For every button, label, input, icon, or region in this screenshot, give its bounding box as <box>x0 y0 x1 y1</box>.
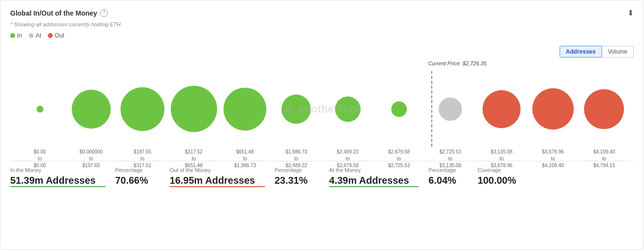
bubble-3 <box>171 86 217 132</box>
chart-area: Current Price: $2,726.35 <box>10 60 634 153</box>
stat-out-value: 16.95m Addresses <box>170 175 255 186</box>
price-label-7: $2,679.58 to $2,725.53 <box>373 149 424 169</box>
bubble-col-3 <box>168 86 220 132</box>
bubble-4 <box>223 88 266 131</box>
tab-addresses[interactable]: Addresses <box>560 46 602 58</box>
download-icon[interactable]: ⬇ <box>627 8 634 18</box>
stat-in-pct: Percentage 70.66% <box>115 167 160 186</box>
bubble-2 <box>121 87 164 131</box>
stat-at-pct-value: 6.04% <box>428 175 456 186</box>
bubble-col-6 <box>322 96 373 122</box>
legend-label-at: At <box>36 32 41 39</box>
card-header: Global In/Out of the Money ? ⬇ <box>10 8 634 18</box>
bubbles-row: intotheblock <box>10 71 634 147</box>
legend-label-in: In <box>17 32 22 39</box>
price-label-10: $3,678.96 to $4,109.40 <box>527 149 579 169</box>
bubble-col-7 <box>373 101 424 117</box>
legend-dot-in <box>10 33 15 38</box>
stat-in-money: In the Money 51.39m Addresses <box>10 167 105 187</box>
stat-cov-value: 100.00% <box>478 175 516 186</box>
legend-dot-at <box>29 33 34 38</box>
price-label-4: $651.48 to $1,986.73 <box>220 149 271 169</box>
view-controls: Addresses Volume <box>10 46 634 58</box>
main-card: Global In/Out of the Money ? ⬇ * Showing… <box>0 0 644 250</box>
stat-in-value: 51.39m Addresses <box>10 175 96 186</box>
price-label-3: $317.52 to $651.48 <box>168 149 220 169</box>
price-label-1: $0.000000 to $197.65 <box>65 149 117 169</box>
bubble-11 <box>584 89 624 129</box>
legend-dot-out <box>48 33 53 38</box>
stat-out-pct-value: 23.31% <box>275 175 308 186</box>
price-labels-row: $0.00 to $0.00 $0.000000 to $197.65 $197… <box>10 149 634 169</box>
price-label-0: $0.00 to $0.00 <box>14 149 65 169</box>
price-label-5: $1,986.73 to $2,489.22 <box>271 149 322 169</box>
bubble-8 <box>439 97 462 121</box>
subtitle: * Showing all addresses currently holdin… <box>10 21 634 27</box>
stat-at-value: 4.39m Addresses <box>329 175 409 186</box>
help-icon[interactable]: ? <box>100 9 108 17</box>
price-label-11: $4,109.40 to $4,794.15 <box>579 149 630 169</box>
bubble-col-2 <box>117 87 168 131</box>
stat-out-pct: Percentage 23.31% <box>275 167 320 186</box>
bubble-10 <box>532 88 574 130</box>
card-title: Global In/Out of the Money <box>10 9 97 17</box>
stat-out-money: Out of the Money 16.95m Addresses <box>170 167 265 187</box>
price-label-2: $197.65 to $317.52 <box>117 149 168 169</box>
legend: In At Out <box>10 32 634 39</box>
bubble-5 <box>282 95 311 124</box>
bubble-col-0 <box>14 106 65 113</box>
legend-item-at: At <box>29 32 41 39</box>
stat-coverage: Coverage 100.00% <box>478 167 516 186</box>
price-line <box>431 71 432 147</box>
price-label-9: $3,135.08 to $3,678.96 <box>476 149 527 169</box>
bubble-6 <box>335 96 361 122</box>
price-label-8: $2,725.53 to $3,135.08 <box>424 149 476 169</box>
bubble-col-9 <box>476 90 527 128</box>
bubbles-container <box>10 71 634 147</box>
stat-at-pct: Percentage 6.04% <box>428 167 468 186</box>
bubble-col-4 <box>220 88 271 131</box>
bubble-0 <box>37 106 43 113</box>
bubble-1 <box>72 90 111 129</box>
current-price-label: Current Price: $2,726.35 <box>428 60 486 66</box>
bubble-col-5 <box>271 95 322 124</box>
bubble-col-1 <box>65 90 117 129</box>
bubble-col-10 <box>527 88 579 130</box>
legend-label-out: Out <box>55 32 64 39</box>
tab-volume[interactable]: Volume <box>602 46 634 58</box>
bubble-9 <box>483 90 521 128</box>
legend-item-in: In <box>10 32 22 39</box>
legend-item-out: Out <box>48 32 64 39</box>
bubble-7 <box>391 101 407 117</box>
stat-in-pct-value: 70.66% <box>115 175 148 186</box>
bubble-col-8 <box>424 97 476 121</box>
header-left: Global In/Out of the Money ? <box>10 9 108 17</box>
price-label-6: $2,489.23 to $2,679.58 <box>322 149 373 169</box>
bubble-col-11 <box>579 89 630 129</box>
stat-at-money: At the Money 4.39m Addresses <box>329 167 419 187</box>
